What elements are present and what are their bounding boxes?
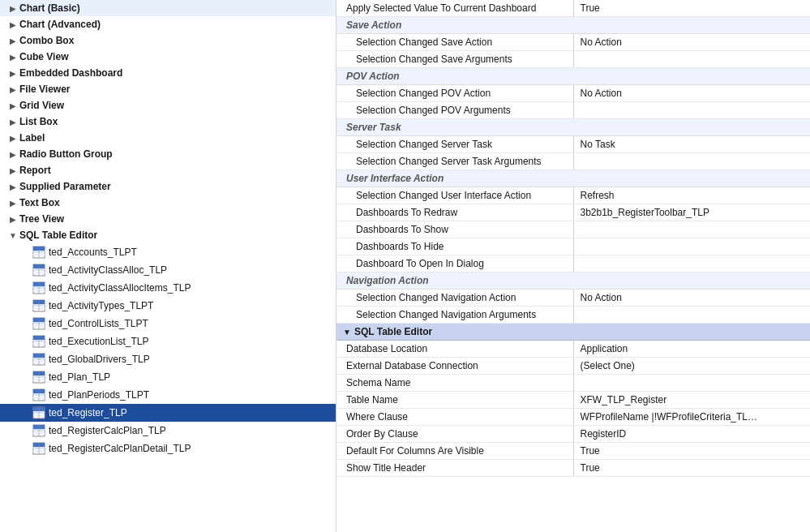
tree-item-ted-control-lists[interactable]: ted_ControlLists_TLPT [0, 315, 336, 332]
tree-item-ted-register-calc-plan[interactable]: ted_RegisterCalcPlan_TLP [0, 422, 336, 440]
prop-value-23[interactable]: XFW_TLP_Register [573, 392, 810, 409]
tree-item-combo-box[interactable]: ▶Combo Box [0, 32, 336, 49]
tree-item-grid-view[interactable]: ▶Grid View [0, 97, 336, 114]
prop-label-5: Selection Changed POV Action [336, 85, 573, 102]
sql-table-icon [32, 264, 45, 277]
tree-arrow-text-box: ▶ [6, 199, 19, 208]
prop-row-22: Schema Name [336, 375, 810, 392]
tree-label-report: Report [19, 165, 51, 176]
sql-table-icon [32, 281, 45, 294]
prop-value-3[interactable] [573, 51, 810, 68]
prop-label-9: Selection Changed Server Task Arguments [336, 153, 573, 170]
prop-label-25: Order By Clause [336, 426, 573, 443]
prop-value-17[interactable]: No Action [573, 290, 810, 307]
tree-item-label[interactable]: ▶Label [0, 130, 336, 146]
tree-label-ted-register-calc-plan: ted_RegisterCalcPlan_TLP [49, 425, 166, 436]
tree-item-ted-accounts[interactable]: ted_Accounts_TLPT [0, 243, 336, 261]
prop-value-11[interactable]: Refresh [573, 187, 810, 204]
tree-arrow-chart-basic: ▶ [6, 4, 19, 13]
prop-value-24[interactable]: WFProfileName |!WFProfileCriteria_TL… [573, 409, 810, 426]
prop-value-6[interactable] [573, 102, 810, 119]
prop-value-21[interactable]: (Select One) [573, 358, 810, 375]
sql-table-icon [32, 246, 45, 259]
prop-row-18: Selection Changed Navigation Arguments [336, 307, 810, 324]
prop-value-26[interactable]: True [573, 443, 810, 460]
tree-item-ted-register[interactable]: ted_Register_TLP [0, 404, 336, 422]
tree-item-ted-plan-periods[interactable]: ted_PlanPeriods_TLPT [0, 386, 336, 404]
prop-value-8[interactable]: No Task [573, 136, 810, 153]
sql-table-icon [32, 299, 45, 312]
tree-item-file-viewer[interactable]: ▶File Viewer [0, 81, 336, 97]
tree-label-embedded-dashboard: Embedded Dashboard [19, 67, 122, 79]
sql-table-icon [32, 424, 45, 437]
tree-label-ted-activity-class-alloc: ted_ActivityClassAlloc_TLP [49, 264, 167, 276]
tree-item-supplied-parameter[interactable]: ▶Supplied Parameter [0, 178, 336, 195]
prop-value-22[interactable] [573, 375, 810, 392]
tree-item-sql-table-editor[interactable]: ▼SQL Table Editor [0, 227, 336, 243]
tree-label-supplied-parameter: Supplied Parameter [19, 181, 111, 192]
tree-item-cube-view[interactable]: ▶Cube View [0, 49, 336, 65]
prop-value-13[interactable] [573, 221, 810, 238]
tree-item-ted-plan[interactable]: ted_Plan_TLP [0, 368, 336, 386]
tree-label-combo-box: Combo Box [19, 35, 74, 46]
prop-value-14[interactable] [573, 238, 810, 255]
tree-item-ted-register-calc-plan-detail[interactable]: ted_RegisterCalcPlanDetail_TLP [0, 440, 336, 457]
sql-table-icon [32, 317, 45, 330]
tree-label-ted-activity-class-alloc-items: ted_ActivityClassAllocItems_TLP [49, 282, 191, 294]
prop-value-5[interactable]: No Action [573, 85, 810, 102]
prop-value-20[interactable]: Application [573, 341, 810, 358]
tree-item-chart-basic[interactable]: ▶Chart (Basic) [0, 0, 336, 16]
tree-item-ted-activity-types[interactable]: ted_ActivityTypes_TLPT [0, 297, 336, 315]
prop-label-20: Database Location [336, 341, 573, 358]
prop-label-6: Selection Changed POV Arguments [336, 102, 573, 119]
tree-item-report[interactable]: ▶Report [0, 162, 336, 178]
subsection-row-16: Navigation Action [336, 272, 810, 290]
tree-arrow-grid-view: ▶ [6, 101, 19, 110]
prop-row-8: Selection Changed Server TaskNo Task [336, 136, 810, 153]
prop-value-0[interactable]: True [573, 0, 810, 17]
prop-value-25[interactable]: RegisterID [573, 426, 810, 443]
prop-label-2: Selection Changed Save Action [336, 34, 573, 51]
tree-item-tree-view[interactable]: ▶Tree View [0, 211, 336, 227]
tree-item-embedded-dashboard[interactable]: ▶Embedded Dashboard [0, 65, 336, 81]
prop-value-12[interactable]: 3b2b1b_RegisterToolbar_TLP [573, 204, 810, 221]
subsection-row-10: User Interface Action [336, 170, 810, 187]
prop-row-11: Selection Changed User Interface ActionR… [336, 187, 810, 204]
prop-label-13: Dashboards To Show [336, 221, 573, 238]
prop-label-17: Selection Changed Navigation Action [336, 290, 573, 307]
properties-table: Apply Selected Value To Current Dashboar… [336, 0, 810, 477]
prop-label-18: Selection Changed Navigation Arguments [336, 307, 573, 324]
sql-table-icon [32, 335, 45, 348]
prop-value-15[interactable] [573, 255, 810, 272]
prop-value-2[interactable]: No Action [573, 34, 810, 51]
subsection-row-1: Save Action [336, 17, 810, 34]
prop-row-13: Dashboards To Show [336, 221, 810, 238]
prop-value-27[interactable]: True [573, 460, 810, 477]
prop-value-18[interactable] [573, 307, 810, 324]
tree-arrow-report: ▶ [6, 166, 19, 175]
prop-label-12: Dashboards To Redraw [336, 204, 573, 221]
prop-label-27: Show Title Header [336, 460, 573, 477]
sql-table-icon [32, 406, 45, 419]
tree-label-grid-view: Grid View [19, 100, 64, 111]
tree-item-list-box[interactable]: ▶List Box [0, 114, 336, 130]
tree-item-text-box[interactable]: ▶Text Box [0, 195, 336, 211]
tree-item-ted-global-drivers[interactable]: ted_GlobalDrivers_TLP [0, 350, 336, 368]
tree-item-chart-advanced[interactable]: ▶Chart (Advanced) [0, 16, 336, 32]
tree-label-text-box: Text Box [19, 197, 60, 208]
tree-label-ted-plan: ted_Plan_TLP [49, 371, 110, 383]
tree-label-tree-view: Tree View [19, 213, 64, 225]
tree-item-ted-activity-class-alloc-items[interactable]: ted_ActivityClassAllocItems_TLP [0, 279, 336, 297]
prop-row-14: Dashboards To Hide [336, 238, 810, 255]
right-properties-panel: Apply Selected Value To Current Dashboar… [336, 0, 810, 532]
tree-item-ted-execution-list[interactable]: ted_ExecutionList_TLP [0, 332, 336, 350]
prop-row-17: Selection Changed Navigation ActionNo Ac… [336, 290, 810, 307]
prop-row-12: Dashboards To Redraw3b2b1b_RegisterToolb… [336, 204, 810, 221]
prop-row-6: Selection Changed POV Arguments [336, 102, 810, 119]
prop-value-9[interactable] [573, 153, 810, 170]
tree-arrow-file-viewer: ▶ [6, 85, 19, 94]
tree-item-radio-button-group[interactable]: ▶Radio Button Group [0, 146, 336, 162]
prop-row-15: Dashboard To Open In Dialog [336, 255, 810, 272]
tree-label-ted-register: ted_Register_TLP [49, 407, 127, 418]
tree-item-ted-activity-class-alloc[interactable]: ted_ActivityClassAlloc_TLP [0, 261, 336, 279]
